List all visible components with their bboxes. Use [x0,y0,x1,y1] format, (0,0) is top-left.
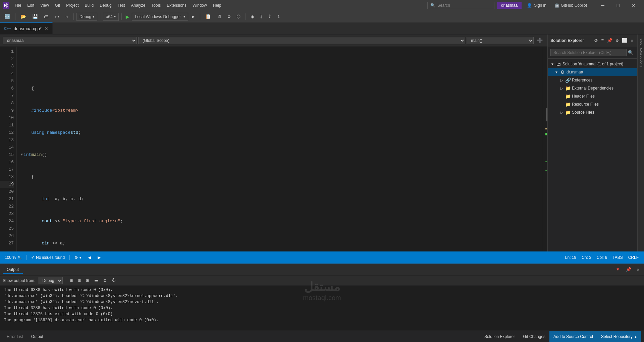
menu-edit[interactable]: Edit [24,2,37,9]
toolbar-sep-2 [73,13,74,20]
menu-tools[interactable]: Tools [149,2,163,9]
scope-dropdown[interactable]: (Global Scope) [138,37,465,44]
save-button[interactable]: 💾 [30,13,40,20]
select-repository-button[interactable]: Select Repository ▲ [597,331,641,342]
resource-files-node[interactable]: ▷ 📁 Resource Files [548,100,637,108]
source-files-node[interactable]: ▷ 📁 Source Files [548,108,637,116]
toolbar-extra-1[interactable]: 📋 [203,13,213,20]
output-filter-btn[interactable]: ⊠ [84,277,91,284]
error-list-tab[interactable]: Error List [3,331,27,342]
toolbar-extra-2[interactable]: 🖥 [215,13,224,20]
editor-scrollbar[interactable] [543,47,547,251]
sign-in-button[interactable]: 👤 Sign in [524,3,549,8]
maximize-button[interactable]: □ [610,0,626,11]
menu-view[interactable]: View [38,2,52,9]
output-close[interactable]: ✕ [635,266,641,273]
output-settings-btn[interactable]: ⊡ [102,277,108,284]
continue-button[interactable]: ▶ [190,13,197,20]
nav-add-button[interactable]: ➕ [535,37,545,44]
menu-analyze[interactable]: Analyze [128,2,148,9]
project-node[interactable]: ▼ ⚙ dr.asmaa [548,68,637,76]
output-line-2: 'dr.asmaa.exe' (Win32): Loaded 'C:\Windo… [4,293,640,299]
output-tab[interactable]: Output [3,266,23,274]
debugger-dropdown[interactable]: Local Windows Debugger ▾ [132,13,188,21]
search-box[interactable]: 🔍 Search [427,2,494,9]
menu-debug[interactable]: Debug [97,2,114,9]
source-arrow: ▷ [560,111,564,114]
new-project-button[interactable]: 🆕 [2,13,12,20]
redo-button[interactable]: ↪ [63,13,70,20]
class-dropdown[interactable]: dr.asmaa [3,37,137,44]
menu-extensions[interactable]: Extensions [164,2,189,9]
method-dropdown[interactable]: main() [467,37,534,44]
solution-root[interactable]: ▼ 🗂 Solution 'dr.asmaa' (1 of 1 project) [548,60,637,68]
menu-file[interactable]: File [12,2,24,9]
ch-status[interactable]: Ch: 3 [579,251,594,264]
tabs-status[interactable]: TABS [610,251,625,264]
code-editor[interactable]: 1 2 3 4 5 6 7 8 9 10 11 12 13 14 15 16 1… [0,47,547,251]
debug-config-dropdown[interactable]: Debug ▾ [76,13,97,21]
run-button[interactable]: ▶ [124,13,131,20]
solution-explorer-bottom[interactable]: Solution Explorer [480,331,519,342]
output-clear-btn[interactable]: ⊞ [68,277,75,284]
nav-left[interactable]: ◀ [86,251,93,264]
tab-drasmaa-cpp[interactable]: C++ dr.asmaa.cpp* ✕ [0,22,53,34]
add-to-source-control-button[interactable]: Add to Source Control [549,331,597,342]
open-button[interactable]: 📂 [18,13,29,20]
se-expand-button[interactable]: ⬜ [621,37,629,44]
active-project-label[interactable]: dr.asmaa [497,2,522,9]
output-bottom-tab[interactable]: Output [27,331,47,342]
step-out[interactable]: ⤹ [274,13,283,20]
select-repository-label: Select Repository [601,334,633,339]
menu-window[interactable]: Window [190,2,210,9]
solution-explorer-tree: ▼ 🗂 Solution 'dr.asmaa' (1 of 1 project)… [548,59,637,251]
platform-dropdown[interactable]: x64 ▾ [103,13,118,21]
se-pin-button[interactable]: 📌 [606,37,614,44]
save-all-button[interactable]: 🗃 [42,13,51,20]
solution-explorer-search-input[interactable] [550,49,627,56]
ln-status[interactable]: Ln: 19 [562,251,579,264]
se-settings-button[interactable]: ⚙ [614,37,620,44]
output-time-btn[interactable]: ⏱ [110,277,118,284]
window-controls: ─ □ ✕ [595,0,641,11]
toolbar-extra-3[interactable]: ⚙ [225,13,233,20]
ext-deps-label: External Dependencies [572,86,613,91]
diagnostics-tools-tab[interactable]: Diagnostics Tools [638,35,644,71]
search-label: Search [437,3,450,8]
se-search-icon[interactable]: 🔍 [627,49,635,56]
github-copilot-button[interactable]: 🤖 GitHub Copilot [552,3,590,8]
menu-test[interactable]: Test [115,2,128,9]
close-button[interactable]: ✕ [626,0,641,11]
output-pin[interactable]: 📌 [624,266,633,273]
line-ending-status[interactable]: CRLF [626,251,641,264]
breakpoints-button[interactable]: ◉ [249,13,256,20]
menu-build[interactable]: Build [82,2,97,9]
step-over[interactable]: ⤵ [258,13,265,20]
code-content[interactable]: { #include <iostream> using namespace st… [17,47,543,251]
menu-project[interactable]: Project [63,2,81,9]
menu-git[interactable]: Git [52,2,63,9]
output-list-btn[interactable]: ☰ [92,277,100,284]
se-close-button[interactable]: ✕ [629,37,635,44]
external-dependencies-node[interactable]: ▷ 📁 External Dependencies [548,84,637,92]
issues-status[interactable]: ✔ No issues found [29,251,67,264]
nav-right[interactable]: ▶ [96,251,103,264]
output-line-4: The thread 3288 has exited with code 0 (… [4,305,640,311]
git-changes-bottom[interactable]: Git Changes [519,331,549,342]
menu-help[interactable]: Help [210,2,224,9]
minimize-button[interactable]: ─ [595,0,610,11]
undo-dropdown[interactable]: ↩ ▾ [52,13,62,20]
tab-close-button[interactable]: ✕ [44,26,48,31]
zoom-status[interactable]: 100 % 🔍 [3,251,23,264]
errors-btn[interactable]: ⚙ ▾ [72,251,83,264]
se-sync-button[interactable]: ⟳ [593,37,599,44]
step-into[interactable]: ⤴ [266,13,273,20]
se-properties-button[interactable]: ≡ [600,37,605,44]
col-status[interactable]: Col: 6 [594,251,610,264]
toolbar-extra-4[interactable]: ⬡ [234,13,243,20]
header-files-node[interactable]: ▷ 📁 Header Files [548,92,637,100]
references-node[interactable]: ▷ 🔗 References [548,76,637,84]
output-collapse[interactable]: 🔻 [613,266,623,273]
output-wrap-btn[interactable]: ⊟ [76,277,83,284]
output-source-dropdown[interactable]: Debug [38,277,63,284]
